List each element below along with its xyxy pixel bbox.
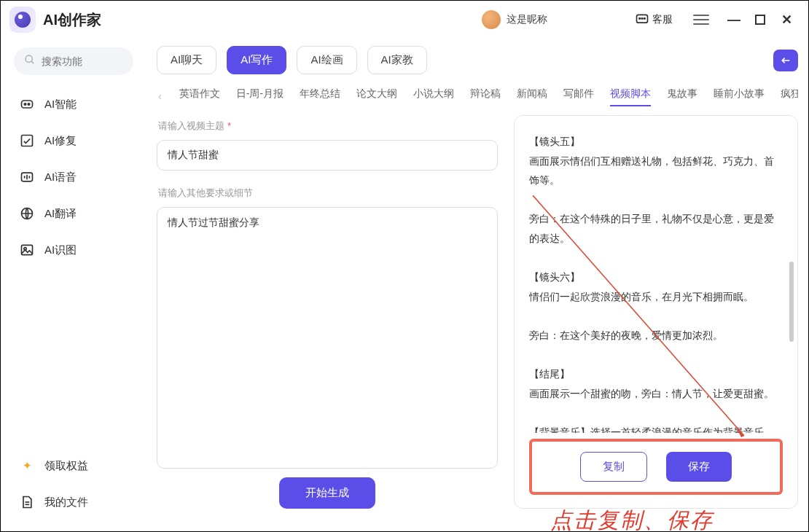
tab-ai-write[interactable]: AI写作 xyxy=(227,46,286,74)
sub-item-novel-outline[interactable]: 小说大纲 xyxy=(413,87,454,105)
file-icon xyxy=(20,495,34,509)
tab-ai-chat[interactable]: AI聊天 xyxy=(157,46,216,74)
svg-line-6 xyxy=(31,61,34,63)
back-button[interactable] xyxy=(773,50,798,71)
nickname: 这是昵称 xyxy=(507,13,547,26)
image-icon xyxy=(20,243,34,257)
sidebar-item-rewards[interactable]: ✦ 领取权益 xyxy=(14,450,133,482)
svg-rect-16 xyxy=(22,245,33,254)
smart-icon xyxy=(20,97,34,112)
svg-point-8 xyxy=(24,103,26,106)
sidebar-item-myfiles[interactable]: 我的文件 xyxy=(14,486,133,518)
search-icon xyxy=(24,54,36,69)
sub-item-year-summary[interactable]: 年终总结 xyxy=(300,87,340,105)
svg-rect-4 xyxy=(756,15,765,24)
main-area: AI聊天 AI写作 AI绘画 AI家教 ‹ 英语作文 日-周-月报 年终总结 论… xyxy=(146,39,808,531)
sidebar-item-label: AI智能 xyxy=(44,98,77,112)
minimize-button[interactable]: — xyxy=(721,7,747,33)
subnav: ‹ 英语作文 日-周-月报 年终总结 论文大纲 小说大纲 辩论稿 新闻稿 写邮件… xyxy=(157,82,798,115)
detail-textarea[interactable] xyxy=(157,207,498,469)
sidebar-item-ai-voice[interactable]: AI语音 xyxy=(14,161,133,193)
chat-icon xyxy=(635,12,649,27)
avatar[interactable] xyxy=(482,10,501,29)
sub-item-video-script[interactable]: 视频脚本 xyxy=(610,87,651,105)
sidebar-item-ai-repair[interactable]: AI修复 xyxy=(14,125,133,157)
translate-icon xyxy=(20,206,34,221)
tab-ai-draw[interactable]: AI绘画 xyxy=(297,46,356,74)
svg-point-3 xyxy=(644,18,646,20)
sidebar: AI智能 AI修复 AI语音 AI翻译 AI识图 ✦ 领取权益 我的文件 xyxy=(1,39,146,531)
sidebar-item-label: AI修复 xyxy=(44,134,77,148)
sub-item-bedtime-story[interactable]: 睡前小故事 xyxy=(714,87,765,105)
sidebar-item-label: AI语音 xyxy=(44,171,77,184)
customer-service-label: 客服 xyxy=(652,13,673,26)
reward-icon: ✦ xyxy=(20,458,34,473)
close-button[interactable]: ✕ xyxy=(773,7,800,33)
sidebar-item-label: AI识图 xyxy=(44,243,77,257)
sub-item-report[interactable]: 日-周-月报 xyxy=(236,87,284,105)
voice-icon xyxy=(20,170,34,184)
output-text: 【镜头五】 画面展示情侣们互相赠送礼物，包括鲜花、巧克力、首饰等。 旁白：在这个… xyxy=(529,132,783,433)
detail-label: 请输入其他要求或细节 xyxy=(158,187,498,200)
svg-point-2 xyxy=(641,18,643,20)
svg-point-5 xyxy=(26,55,32,62)
sidebar-item-ai-smart[interactable]: AI智能 xyxy=(14,88,133,120)
output-panel: 【镜头五】 画面展示情侣们互相赠送礼物，包括鲜花、巧克力、首饰等。 旁白：在这个… xyxy=(514,115,798,509)
sub-item-ghost-story[interactable]: 鬼故事 xyxy=(667,87,697,105)
scrollbar-thumb[interactable] xyxy=(789,262,794,342)
back-icon xyxy=(780,55,792,66)
search-box[interactable] xyxy=(14,47,133,75)
topic-label: 请输入视频主题* xyxy=(158,120,498,133)
tab-ai-tutor[interactable]: AI家教 xyxy=(367,46,427,74)
action-highlight-box: 复制 保存 xyxy=(529,439,783,495)
app-logo xyxy=(9,7,36,33)
maximize-button[interactable] xyxy=(747,7,773,33)
sub-item-email[interactable]: 写邮件 xyxy=(563,87,594,105)
save-button[interactable]: 保存 xyxy=(666,452,732,482)
sub-item-thesis-outline[interactable]: 论文大纲 xyxy=(356,87,397,105)
subnav-prev[interactable]: ‹ xyxy=(157,90,163,102)
sub-item-crazy[interactable]: 疯狂 xyxy=(781,87,798,105)
menu-icon[interactable] xyxy=(693,12,709,28)
copy-button[interactable]: 复制 xyxy=(580,452,647,482)
app-title: AI创作家 xyxy=(43,10,101,30)
svg-rect-7 xyxy=(22,101,33,108)
customer-service-button[interactable]: 客服 xyxy=(635,12,673,27)
sub-item-english[interactable]: 英语作文 xyxy=(179,87,220,105)
main-tabs: AI聊天 AI写作 AI绘画 AI家教 xyxy=(157,46,798,74)
generate-button[interactable]: 开始生成 xyxy=(279,477,375,509)
annotation-text: 点击复制、保存 xyxy=(550,506,714,531)
titlebar: AI创作家 这是昵称 客服 — ✕ xyxy=(1,1,808,39)
sidebar-item-ai-image[interactable]: AI识图 xyxy=(14,234,133,266)
svg-point-9 xyxy=(28,103,30,106)
sidebar-item-label: 领取权益 xyxy=(44,459,88,473)
svg-point-1 xyxy=(639,18,641,20)
sub-item-news[interactable]: 新闻稿 xyxy=(517,87,547,105)
topic-input[interactable] xyxy=(157,140,498,171)
svg-rect-10 xyxy=(22,136,33,146)
input-panel: 请输入视频主题* 请输入其他要求或细节 开始生成 xyxy=(157,115,498,509)
sidebar-item-label: 我的文件 xyxy=(44,496,88,509)
sidebar-item-label: AI翻译 xyxy=(44,207,77,221)
sub-item-debate[interactable]: 辩论稿 xyxy=(470,87,501,105)
repair-icon xyxy=(20,133,34,148)
sidebar-item-ai-translate[interactable]: AI翻译 xyxy=(14,197,133,230)
